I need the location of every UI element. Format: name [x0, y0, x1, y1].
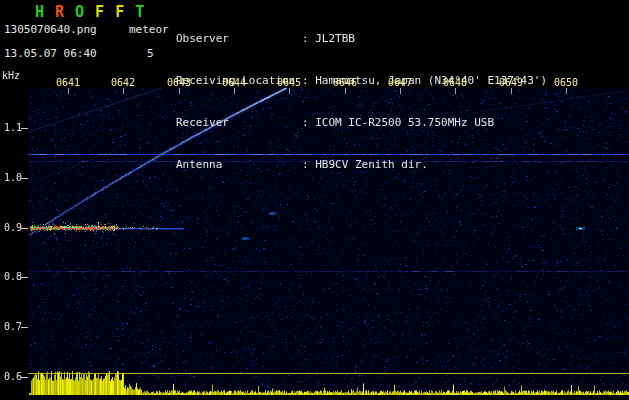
app-logo: HROFFT: [35, 3, 155, 21]
logo-letter: F: [95, 3, 104, 21]
info-value: ICOM IC-R2500 53.750MHz USB: [315, 116, 494, 129]
info-row-antenna: Antenna: HB9CV Zenith dir.: [176, 158, 547, 172]
info-value: JL2TBB: [315, 32, 355, 45]
info-separator: :: [302, 116, 315, 129]
x-tick-label: 0647: [385, 77, 415, 88]
y-tick-label: 0.7: [0, 321, 22, 332]
x-tick-label: 0645: [274, 77, 304, 88]
x-tick-label: 0650: [551, 77, 581, 88]
x-tick-label: 0643: [164, 77, 194, 88]
y-tick-label: 0.8: [0, 271, 22, 282]
y-tick-label: 0.9: [0, 222, 22, 233]
y-axis-unit-label: kHz: [2, 70, 20, 81]
info-separator: :: [302, 32, 315, 45]
observation-datetime: 13.05.07 06:40: [4, 47, 97, 60]
x-tick-label: 0649: [496, 77, 526, 88]
logo-letter: F: [115, 3, 124, 21]
logo-letter: O: [75, 3, 84, 21]
logo-letter: R: [55, 3, 64, 21]
y-tick-label: 0.6: [0, 371, 22, 382]
x-tick-label: 0646: [330, 77, 360, 88]
x-tick-label: 0642: [108, 77, 138, 88]
station-info: Observer: JL2TBB Receiving Location: Ham…: [176, 4, 547, 200]
output-filename: 1305070640.png: [4, 23, 97, 36]
mode-label: meteor: [129, 23, 169, 36]
info-value: HB9CV Zenith dir.: [315, 158, 428, 171]
info-row-receiver: Receiver: ICOM IC-R2500 53.750MHz USB: [176, 116, 547, 130]
info-label: Observer: [176, 32, 302, 46]
x-tick-label: 0641: [53, 77, 83, 88]
meteor-count: 5: [147, 47, 154, 60]
logo-letter: H: [35, 3, 44, 21]
hrofft-screen: HROFFT 1305070640.png meteor 13.05.07 06…: [0, 0, 629, 400]
x-tick-label: 0644: [219, 77, 249, 88]
y-tick-label: 1.0: [0, 172, 22, 183]
y-tick-label: 1.1: [0, 122, 22, 133]
info-label: Receiver: [176, 116, 302, 130]
logo-letter: T: [135, 3, 144, 21]
x-tick-label: 0648: [440, 77, 470, 88]
info-separator: :: [302, 158, 315, 171]
info-row-observer: Observer: JL2TBB: [176, 32, 547, 46]
info-label: Antenna: [176, 158, 302, 172]
